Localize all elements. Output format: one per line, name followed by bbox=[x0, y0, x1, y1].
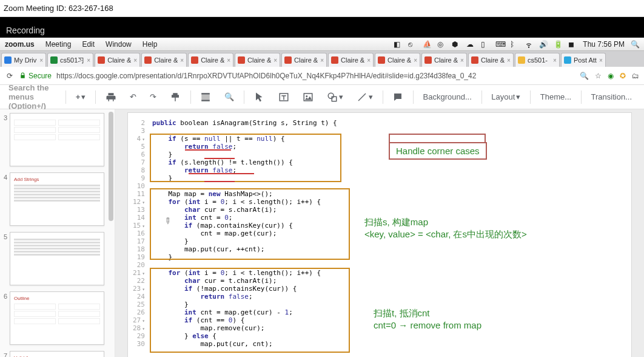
close-icon[interactable]: × bbox=[553, 57, 557, 64]
tab-favicon bbox=[424, 56, 432, 64]
slide-canvas[interactable]: 2345678910111213141516171819202122232425… bbox=[128, 113, 631, 357]
image-button[interactable] bbox=[299, 89, 317, 105]
textbox-button[interactable] bbox=[275, 89, 293, 105]
browser-tab[interactable]: Claire & × bbox=[281, 53, 327, 67]
browser-tab[interactable]: Claire & × bbox=[95, 53, 140, 67]
paint-format-button[interactable] bbox=[166, 89, 184, 105]
red-underline bbox=[204, 181, 235, 182]
extension-icon[interactable]: ◉ bbox=[608, 72, 614, 80]
svg-point-2 bbox=[306, 95, 307, 97]
recording-label: Recording bbox=[6, 25, 45, 35]
tab-label: Claire & bbox=[481, 56, 505, 64]
slide-thumb[interactable]: 4 Add Strings bbox=[1, 172, 111, 226]
url-text[interactable]: https://docs.google.com/presentation/d/1… bbox=[56, 72, 575, 80]
slide-number: 6 bbox=[1, 291, 7, 300]
close-icon[interactable]: × bbox=[414, 57, 417, 64]
slide-thumb[interactable]: 3 bbox=[1, 113, 111, 166]
tray-icon[interactable]: ⬢ bbox=[452, 40, 460, 49]
tray-icon[interactable]: ☁ bbox=[466, 40, 475, 49]
close-icon[interactable]: × bbox=[39, 57, 43, 64]
close-icon[interactable]: × bbox=[320, 57, 324, 64]
layout-button[interactable]: Layout ▾ bbox=[488, 90, 524, 104]
new-slide-button[interactable]: +▾ bbox=[72, 90, 90, 104]
slides-toolbar: Search the menus (Option+/) +▾ ↶ ↷ 🔍 ▾ ▾… bbox=[0, 85, 644, 109]
close-icon[interactable]: × bbox=[87, 57, 90, 64]
tray-icon[interactable]: ⌨ bbox=[495, 40, 504, 49]
close-icon[interactable]: × bbox=[507, 57, 511, 64]
volume-icon[interactable]: 🔊 bbox=[539, 40, 548, 49]
address-bar: ⟳ Secure https://docs.google.com/present… bbox=[0, 67, 644, 85]
tray-icon[interactable]: ⎋ bbox=[408, 40, 417, 49]
reload-icon[interactable]: ⟳ bbox=[5, 72, 15, 80]
menu-help[interactable]: Help bbox=[143, 40, 158, 49]
tray-icon[interactable]: ▯ bbox=[481, 40, 489, 49]
secure-indicator[interactable]: Secure bbox=[19, 72, 52, 80]
browser-tab[interactable]: Claire & × bbox=[468, 53, 514, 67]
slide-number: 3 bbox=[1, 113, 7, 121]
tab-label: Post Att bbox=[574, 56, 597, 64]
slide-number: 5 bbox=[1, 232, 7, 240]
browser-tab[interactable]: Claire & × bbox=[235, 53, 280, 67]
close-icon[interactable]: × bbox=[133, 57, 137, 64]
close-icon[interactable]: × bbox=[367, 57, 371, 64]
zoom-text-icon[interactable]: 🔍 bbox=[580, 72, 589, 80]
battery-icon[interactable]: 🔋 bbox=[554, 40, 562, 49]
shape-button[interactable]: ▾ bbox=[323, 89, 347, 105]
svg-point-3 bbox=[328, 93, 334, 98]
workspace: 3 4 Add Strings 5 6 Outline 7 Valid Anag… bbox=[0, 109, 644, 357]
bluetooth-icon[interactable]: ᛒ bbox=[510, 40, 518, 49]
scrollbar-thumb[interactable] bbox=[109, 112, 113, 221]
filmstrip[interactable]: 3 4 Add Strings 5 6 Outline 7 Valid Anag… bbox=[0, 109, 115, 357]
close-icon[interactable]: × bbox=[273, 57, 277, 64]
browser-tab[interactable]: Claire & × bbox=[421, 53, 467, 67]
zoom-button[interactable]: 🔍 bbox=[221, 90, 238, 104]
browser-tab[interactable]: Post Att × bbox=[561, 53, 606, 67]
menu-window[interactable]: Window bbox=[106, 40, 132, 49]
thumb-body: Valid Anagrams bbox=[10, 351, 104, 357]
star-icon[interactable]: ☆ bbox=[595, 72, 602, 80]
menu-app[interactable]: zoom.us bbox=[5, 40, 35, 49]
tab-favicon bbox=[518, 56, 525, 64]
line-button[interactable]: ▾ bbox=[353, 89, 377, 105]
slide-thumb[interactable]: 7 Valid Anagrams bbox=[1, 351, 111, 357]
thumb-body bbox=[10, 232, 104, 285]
menu-meeting[interactable]: Meeting bbox=[45, 40, 72, 49]
menu-clock[interactable]: Thu 7:56 PM bbox=[583, 40, 625, 49]
comment-button[interactable] bbox=[389, 89, 407, 105]
wifi-icon[interactable] bbox=[525, 40, 533, 49]
select-button[interactable] bbox=[250, 89, 269, 105]
background-button[interactable]: Background... bbox=[420, 90, 475, 104]
browser-tab[interactable]: Claire & × bbox=[328, 53, 374, 67]
red-underline bbox=[189, 173, 254, 174]
tray-icon[interactable]: ⛵ bbox=[423, 40, 431, 49]
zoom-fit-button[interactable] bbox=[196, 89, 215, 105]
browser-tab[interactable]: My Driv × bbox=[1, 53, 46, 67]
close-icon[interactable]: × bbox=[460, 57, 464, 64]
search-menus[interactable]: Search the menus (Option+/) bbox=[8, 83, 59, 110]
tray-icon[interactable]: ◎ bbox=[437, 40, 446, 49]
close-icon[interactable]: × bbox=[180, 57, 184, 64]
annotation-corner-cases: Handle corner cases bbox=[389, 142, 487, 160]
print-button[interactable] bbox=[102, 89, 120, 105]
browser-tab[interactable]: cs501- × bbox=[515, 53, 560, 67]
slide-thumb[interactable]: 6 Outline bbox=[1, 291, 111, 345]
extension-icon[interactable]: 🗂 bbox=[632, 72, 639, 80]
undo-button[interactable]: ↶ bbox=[126, 90, 140, 104]
close-icon[interactable]: × bbox=[599, 57, 603, 64]
slide-thumb[interactable]: 5 bbox=[1, 232, 111, 285]
redo-button[interactable]: ↷ bbox=[146, 90, 160, 104]
browser-tab[interactable]: Claire & × bbox=[188, 53, 233, 67]
tray-icon[interactable]: ◧ bbox=[394, 40, 402, 49]
thumb-body: Outline bbox=[10, 291, 104, 345]
search-icon[interactable]: 🔍 bbox=[631, 40, 639, 49]
close-icon[interactable]: × bbox=[227, 57, 230, 64]
browser-tab[interactable]: Claire & × bbox=[375, 53, 420, 67]
slide-number: 7 bbox=[1, 351, 7, 357]
browser-tab[interactable]: cs501习 × bbox=[47, 53, 93, 67]
theme-button[interactable]: Theme... bbox=[537, 90, 575, 104]
extension-icon[interactable]: ✪ bbox=[620, 72, 626, 80]
tray-icon[interactable]: ◼ bbox=[568, 40, 577, 49]
transition-button[interactable]: Transition... bbox=[588, 90, 636, 104]
menu-edit[interactable]: Edit bbox=[82, 40, 95, 49]
browser-tab[interactable]: Claire & × bbox=[141, 53, 187, 67]
